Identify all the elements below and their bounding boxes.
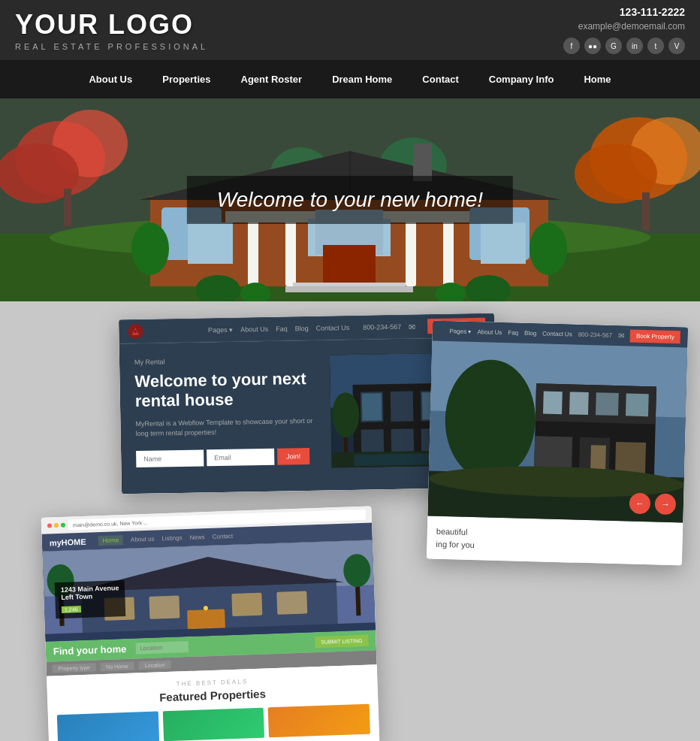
filter-property-type[interactable]: Property type xyxy=(52,663,95,673)
nav-properties[interactable]: Properties xyxy=(147,60,225,98)
svg-rect-45 xyxy=(391,392,414,422)
rental-tag: My Rental xyxy=(134,355,322,366)
rental-nav-aboutus[interactable]: About Us xyxy=(240,325,268,334)
rental-title: Welcome to your next rental house xyxy=(134,369,323,412)
modern-blog[interactable]: Blog xyxy=(524,330,536,337)
myhome-nav-contact[interactable]: Contact xyxy=(212,533,233,540)
myhome-nav-aboutus[interactable]: About us xyxy=(131,536,155,543)
nav-contact[interactable]: Contact xyxy=(407,60,473,98)
myhome-address-overlay: 1243 Main AvenueLeft Town 1,246 xyxy=(55,580,126,619)
modern-book-button[interactable]: Book Property xyxy=(630,329,680,343)
rental-nav-blog[interactable]: Blog xyxy=(295,325,309,332)
featured-cards xyxy=(57,704,370,741)
svg-rect-62 xyxy=(543,391,563,414)
modern-pages[interactable]: Pages ▾ xyxy=(449,328,471,335)
filter-no-home[interactable]: No Home xyxy=(100,662,134,672)
main-content: Pages ▾ About Us Faq Blog Contact Us 800… xyxy=(0,301,700,722)
rental-email-icon: ✉ xyxy=(409,322,415,331)
rental-nav-faq[interactable]: Faq xyxy=(276,325,288,332)
myhome-brand: myHOME xyxy=(50,537,86,547)
svg-rect-32 xyxy=(285,286,413,292)
modern-arrows: ← → xyxy=(629,493,677,516)
google-plus-icon[interactable]: G xyxy=(605,38,622,54)
flickr-icon[interactable]: ●● xyxy=(584,38,601,54)
filter-location[interactable]: Location xyxy=(139,661,171,670)
browser-url: main@demo.co.uk, New York ... xyxy=(73,519,148,527)
myhome-nav-home[interactable]: Home xyxy=(98,535,123,546)
nav-home[interactable]: Home xyxy=(569,60,626,98)
rental-left: My Rental Welcome to your next rental ho… xyxy=(134,355,332,471)
logo: YOUR LOGO xyxy=(15,9,208,41)
browser-dots xyxy=(47,523,65,528)
myhome-nav-listings[interactable]: Listings xyxy=(161,534,182,542)
rental-form: Join! xyxy=(136,447,324,467)
next-arrow-button[interactable]: → xyxy=(655,493,677,515)
main-nav: About Us Properties Agent Roster Dream H… xyxy=(0,60,700,98)
prev-arrow-button[interactable]: ← xyxy=(629,493,651,515)
facebook-icon[interactable]: f xyxy=(563,38,580,54)
svg-rect-80 xyxy=(149,595,180,619)
svg-rect-50 xyxy=(362,393,382,420)
email-address: example@demoemail.com xyxy=(578,21,685,32)
svg-rect-64 xyxy=(596,392,619,416)
svg-rect-25 xyxy=(188,222,233,264)
modern-about[interactable]: About Us xyxy=(477,328,502,336)
minimize-dot[interactable] xyxy=(54,523,59,528)
modern-contact-us[interactable]: Contact Us xyxy=(542,330,572,337)
logo-area: YOUR LOGO REAL ESTATE PROFESSIONAL xyxy=(15,9,208,51)
modern-phone: 800-234-567 xyxy=(578,331,613,339)
hero-section: Welcome to your new home! xyxy=(0,98,700,301)
maximize-dot[interactable] xyxy=(61,523,65,528)
rental-nav-pages[interactable]: Pages ▾ xyxy=(208,326,233,334)
myhome-nav-news[interactable]: News xyxy=(189,534,204,541)
close-dot[interactable] xyxy=(47,523,52,528)
modern-house-svg xyxy=(427,321,688,523)
rental-nav-contact[interactable]: Contact Us xyxy=(316,324,350,332)
rental-phone: 800-234-567 xyxy=(363,323,401,331)
featured-card-1[interactable] xyxy=(57,711,159,741)
svg-rect-20 xyxy=(406,215,416,286)
svg-rect-4 xyxy=(64,189,71,226)
myhome-screenshot-card: main@demo.co.uk, New York ... myHOME Hom… xyxy=(41,506,380,741)
featured-card-3[interactable] xyxy=(268,704,370,738)
myhome-hero: 1243 Main AvenueLeft Town 1,246 xyxy=(42,540,376,641)
svg-rect-19 xyxy=(285,215,296,286)
nav-about-us[interactable]: About Us xyxy=(74,60,147,98)
svg-rect-47 xyxy=(361,429,385,452)
modern-screenshot-card: Pages ▾ About Us Faq Blog Contact Us 800… xyxy=(427,321,688,566)
svg-rect-30 xyxy=(323,245,376,286)
nav-company-info[interactable]: Company Info xyxy=(474,60,569,98)
nav-agent-roster[interactable]: Agent Roster xyxy=(226,60,318,98)
rental-email-input[interactable] xyxy=(207,449,274,467)
modern-faq[interactable]: Faq xyxy=(508,329,518,336)
modern-email-icon: ✉ xyxy=(618,331,624,340)
nav-dream-home[interactable]: Dream Home xyxy=(317,60,407,98)
social-icons-row: f ●● G in t V xyxy=(563,38,685,54)
modern-caption: beautiful ing for you xyxy=(427,516,683,566)
rental-desc: MyRental is a Webflow Template to showca… xyxy=(135,416,323,439)
svg-rect-28 xyxy=(481,222,526,264)
svg-rect-81 xyxy=(231,593,262,616)
myhome-address: 1243 Main AvenueLeft Town xyxy=(61,584,119,601)
rental-name-input[interactable] xyxy=(136,449,204,467)
svg-rect-63 xyxy=(569,392,589,415)
svg-rect-18 xyxy=(248,215,258,286)
hero-title: Welcome to your new home! xyxy=(217,188,483,211)
twitter-icon[interactable]: t xyxy=(647,38,664,54)
header: YOUR LOGO REAL ESTATE PROFESSIONAL 123-1… xyxy=(0,0,700,60)
tagline: REAL ESTATE PROFESSIONAL xyxy=(15,42,208,51)
svg-rect-21 xyxy=(443,215,454,286)
myhome-price-tag: 1,246 xyxy=(62,606,81,613)
vimeo-icon[interactable]: V xyxy=(668,38,685,54)
myhome-featured-section: THE BEST DEALS Featured Properties xyxy=(47,664,379,741)
rental-join-button[interactable]: Join! xyxy=(277,448,309,465)
myhome-submit-button[interactable]: SUBMIT LISTING xyxy=(315,635,369,648)
svg-point-38 xyxy=(530,222,567,275)
rental-logo xyxy=(128,324,143,339)
hero-overlay: Welcome to your new home! xyxy=(187,176,513,224)
linkedin-icon[interactable]: in xyxy=(626,38,643,54)
myhome-location-input[interactable] xyxy=(135,641,188,654)
featured-card-2[interactable] xyxy=(162,708,264,741)
svg-rect-48 xyxy=(391,429,415,452)
svg-rect-65 xyxy=(626,393,649,416)
